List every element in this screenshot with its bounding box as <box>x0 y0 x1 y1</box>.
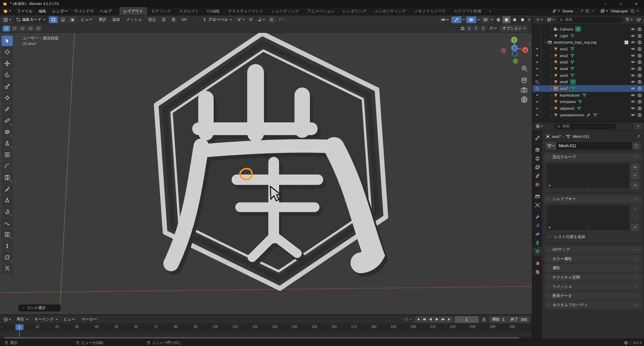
expand-icon[interactable]: › <box>550 34 553 38</box>
viewport-menu-頂点[interactable]: 頂点 <box>145 16 159 23</box>
light-data-icon[interactable] <box>570 34 575 38</box>
mesh-data-icon[interactable] <box>570 53 575 58</box>
use-preview-range-button[interactable] <box>480 316 488 323</box>
select-mode-set-button[interactable] <box>3 25 10 32</box>
shading-solid-button[interactable] <box>502 16 511 23</box>
drag-grip-icon[interactable]: ∷∷ <box>635 285 639 288</box>
object-name[interactable]: ana3 <box>560 60 568 64</box>
playhead[interactable] <box>19 330 20 337</box>
shape-key-specials-button[interactable] <box>631 224 639 231</box>
edge-select-mode-button[interactable] <box>58 16 67 23</box>
maximize-button[interactable]: □ <box>613 0 629 7</box>
camera-data-icon[interactable] <box>575 26 581 32</box>
scene-name[interactable]: Scene <box>561 9 579 13</box>
play-reverse-button[interactable] <box>427 316 434 323</box>
properties-tab-texture[interactable] <box>533 268 542 276</box>
viewport-menu-UV[interactable]: UV <box>178 16 190 23</box>
drag-grip-icon[interactable]: ∷∷ <box>635 276 639 279</box>
timeline-menu-キーイング[interactable]: キーイング <box>31 315 61 323</box>
drag-grip-icon[interactable]: ∷∷ <box>635 257 639 261</box>
add-workspace-button[interactable]: + <box>485 7 495 15</box>
next-keyframe-button[interactable] <box>440 316 446 323</box>
outliner-row-utigawa2[interactable]: ›utigawa2 <box>533 105 644 112</box>
modifier-wrench-icon[interactable] <box>586 113 591 117</box>
collection-checkbox[interactable]: ✓ <box>624 40 629 45</box>
disable-in-renders-toggle[interactable] <box>637 66 642 71</box>
expand-icon[interactable]: › <box>550 93 553 97</box>
poly-build-tool[interactable] <box>2 195 13 206</box>
mesh-data-icon[interactable] <box>570 73 575 77</box>
shrink-fatten-tool[interactable] <box>2 241 13 251</box>
viewport-menu-追加[interactable]: 追加 <box>109 16 123 23</box>
current-frame-indicator[interactable]: 1 <box>15 324 23 330</box>
outliner-row-ana3[interactable]: ›ana3 <box>533 59 644 65</box>
properties-tab-physics[interactable] <box>533 230 542 238</box>
object-name[interactable]: ana7 <box>560 86 568 91</box>
move-tool[interactable] <box>2 58 13 69</box>
remove-shape-key-button[interactable]: − <box>631 214 639 221</box>
proportional-edit-toggle[interactable] <box>268 16 276 23</box>
pin-icon[interactable] <box>636 134 641 139</box>
fake-user-button[interactable] <box>632 142 641 150</box>
editor-type-button[interactable] <box>534 123 544 130</box>
blender-menu-button[interactable] <box>0 8 14 15</box>
filter-dropdown[interactable] <box>624 16 634 23</box>
extrude-region-tool[interactable] <box>2 138 13 149</box>
add-cube-tool[interactable] <box>2 127 13 137</box>
workspace-tab-レンダリング[interactable]: レンダリング <box>339 7 371 15</box>
drag-grip-icon[interactable]: ∷∷ <box>635 155 639 159</box>
inset-faces-tool[interactable] <box>2 150 13 160</box>
expand-icon[interactable]: › <box>1 325 2 329</box>
shading-wireframe-button[interactable] <box>494 16 502 23</box>
object-name[interactable]: arashiyama_logo_svg.svg <box>554 40 596 44</box>
transform-tool[interactable] <box>2 93 13 103</box>
close-icon[interactable] <box>591 9 594 13</box>
outliner-row-ana2[interactable]: ›ana2 <box>533 52 644 59</box>
properties-tab-world[interactable] <box>533 180 542 189</box>
drag-grip-icon[interactable]: ∷∷ <box>635 294 639 297</box>
properties-tab-object-data[interactable] <box>533 247 542 256</box>
vertex-group-specials-button[interactable] <box>631 182 639 189</box>
workspace-tab-アニメーション[interactable]: アニメーション <box>303 7 339 15</box>
end-frame-field[interactable]: 終了250 <box>507 316 530 323</box>
mirror-y-toggle[interactable]: Y <box>473 25 479 32</box>
object-name[interactable]: yamakannmuri <box>560 113 584 117</box>
hide-in-viewport-toggle[interactable] <box>631 27 635 32</box>
visibility-dropdown[interactable] <box>439 16 450 23</box>
topbar-menu-編集[interactable]: 編集 <box>36 7 49 15</box>
properties-search-input[interactable]: 検索 <box>554 123 616 129</box>
new-viewlayer-icon[interactable] <box>631 9 635 13</box>
close-icon[interactable] <box>636 9 640 13</box>
disable-in-renders-toggle[interactable] <box>637 79 642 84</box>
expand-icon[interactable]: › <box>550 80 553 84</box>
properties-tab-modifiers[interactable] <box>533 212 542 221</box>
viewport-menu-メッシュ[interactable]: メッシュ <box>123 16 145 23</box>
topbar-menu-ウィンドウ[interactable]: ウィンドウ <box>71 7 97 15</box>
pivot-point-dropdown[interactable] <box>235 16 246 23</box>
object-name[interactable]: kazebubunn <box>560 93 580 97</box>
viewport-3d[interactable]: 編集モード ビュー選択追加メッシュ頂点辺面UV グローバル <box>0 15 532 314</box>
mirror-x-toggle[interactable]: X <box>466 25 472 32</box>
mesh-data-icon[interactable] <box>577 106 581 111</box>
hide-in-viewport-toggle[interactable] <box>631 73 635 78</box>
shape-keys-header[interactable]: ›シェイプキー∷∷ <box>544 195 642 203</box>
shape-keys-list[interactable]: ▶∷∷ <box>547 205 629 230</box>
panel-テクスチャ空間[interactable]: ›テクスチャ空間∷∷ <box>544 273 642 282</box>
object-name[interactable]: sotogawa <box>560 100 576 104</box>
expand-icon[interactable]: › <box>550 100 553 104</box>
editor-type-button[interactable] <box>534 16 544 23</box>
select-mode-invert-button[interactable] <box>27 25 34 32</box>
mesh-data-icon[interactable] <box>570 60 575 64</box>
vertex-groups-header[interactable]: ›頂点グループ∷∷ <box>544 153 642 161</box>
expand-icon[interactable]: › <box>550 113 553 117</box>
rip-region-tool[interactable] <box>2 264 13 274</box>
workspace-tab-コンポジティング[interactable]: コンポジティング <box>370 7 410 15</box>
expand-icon[interactable]: › <box>550 73 553 77</box>
measure-tool[interactable] <box>2 115 13 126</box>
tweak-select-tool[interactable] <box>2 36 13 46</box>
workspace-tab-UV編集[interactable]: UV編集 <box>203 7 224 15</box>
face-select-mode-button[interactable] <box>68 16 76 23</box>
panel-リメッシュ[interactable]: ›リメッシュ∷∷ <box>544 282 642 291</box>
hide-in-viewport-toggle[interactable] <box>631 40 635 45</box>
shading-rendered-button[interactable] <box>519 16 527 23</box>
